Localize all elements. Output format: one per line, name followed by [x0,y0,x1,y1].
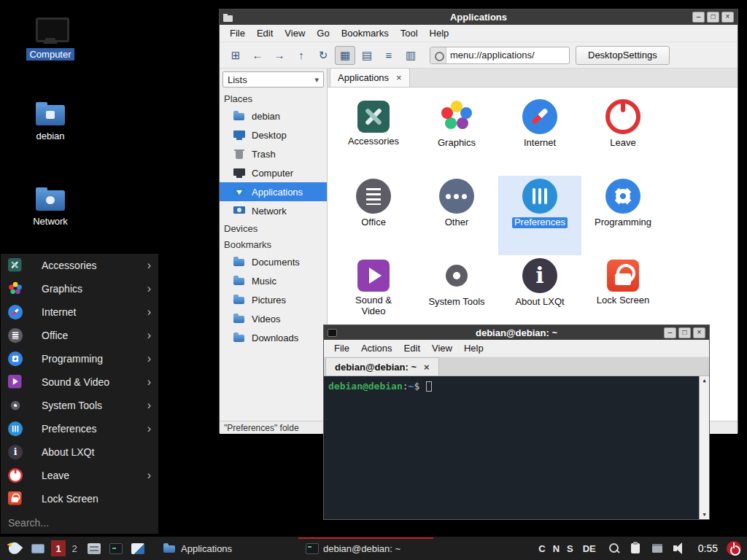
refresh-button[interactable]: ↻ [313,46,333,65]
side-pane-item-network[interactable]: Network [220,201,327,220]
app-item-sound-video[interactable]: Sound & Video [332,255,415,335]
task-button-applications[interactable]: Applications [156,537,291,559]
side-pane-item-computer[interactable]: Computer [220,163,327,182]
up-button[interactable]: ↑ [291,46,311,65]
app-item-other[interactable]: Other [415,176,498,255]
thumbnail-view-button[interactable]: ▤ [357,46,377,65]
menu-bar-item[interactable]: Go [311,28,335,39]
menu-bar-item[interactable]: Bookmarks [336,28,395,39]
start-menu-item[interactable]: About LXQt › [1,440,158,464]
maximize-button[interactable]: □ [707,12,719,23]
start-menu-item[interactable]: Office › [1,324,158,347]
start-menu-item[interactable]: Preferences › [1,417,158,440]
forward-button[interactable]: → [269,46,290,65]
quicklaunch-file-manager[interactable] [85,539,104,558]
side-pane-row[interactable]: Places [220,90,327,106]
scroll-up-icon[interactable]: ▲ [703,378,705,384]
app-item-preferences[interactable]: Preferences [498,176,581,255]
menu-bar-item[interactable]: File [328,343,355,354]
show-desktop-button[interactable] [28,538,48,559]
side-pane-item-desktop[interactable]: Desktop [220,125,327,144]
app-item-accessories[interactable]: Accessories [332,96,415,176]
scrollbar[interactable]: ▲ ▼ [699,376,709,519]
minimize-button[interactable]: – [692,12,705,23]
maximize-button[interactable]: □ [678,327,691,338]
menu-bar-item[interactable]: Help [458,343,489,354]
app-item-internet[interactable]: Internet [498,96,581,176]
app-item-about-lxqt[interactable]: About LXQt [498,255,581,335]
side-pane-item-pictures[interactable]: Pictures [220,290,327,309]
side-pane-item-music[interactable]: Music [220,271,327,290]
app-item-programming[interactable]: Programming [581,176,665,255]
side-pane-item-debian[interactable]: debian [220,106,327,125]
start-menu-item[interactable]: Sound & Video › [1,370,158,394]
app-item-system-tools[interactable]: System Tools [415,255,498,335]
title-bar[interactable]: Applications – □ × [220,9,738,25]
start-menu-item[interactable]: Programming › [1,347,158,370]
keyboard-layout-indicator[interactable]: DE [583,543,596,554]
start-menu-button[interactable] [4,538,25,559]
quicklaunch-editor[interactable] [128,539,147,558]
scroll-down-icon[interactable]: ▼ [703,512,705,518]
workspace-1-button[interactable]: 1 [51,540,66,556]
tab-close-icon[interactable]: × [424,362,430,373]
menu-bar-item[interactable]: File [224,28,251,39]
side-pane-item-downloads[interactable]: Downloads [220,328,327,347]
desktop-icon-computer[interactable]: Computer [18,18,83,61]
tab-applications[interactable]: Applications × [330,68,410,87]
volume-icon[interactable] [673,541,687,556]
start-menu-item[interactable]: Accessories › [1,254,158,277]
start-menu-item[interactable]: Internet › [1,300,158,324]
app-item-leave[interactable]: Leave [581,96,665,176]
desktop-icon-debian[interactable]: debian [18,101,83,142]
side-pane-row[interactable]: Bookmarks [220,236,327,252]
menu-bar-item[interactable]: Edit [398,343,426,354]
menu-bar-item[interactable]: Help [424,28,455,39]
close-button[interactable]: × [693,327,705,338]
close-button[interactable]: × [721,12,734,23]
side-pane-item-applications[interactable]: Applications [220,182,327,201]
side-pane-mode-select[interactable]: Lists ▾ [222,71,324,88]
start-menu-item[interactable]: Leave › [1,464,158,487]
magnifier-tray-icon[interactable] [607,541,622,556]
compact-view-button[interactable]: ▥ [400,46,421,65]
search-input[interactable] [8,517,151,529]
app-item-lock-screen[interactable]: Lock Screen [581,255,665,335]
power-button[interactable] [727,541,741,556]
icon-view-button[interactable]: ▦ [335,46,355,65]
title-bar[interactable]: debian@debian: ~ – □ × [324,325,709,340]
terminal-output[interactable]: debian@debian:~$ ▲ ▼ [324,376,709,519]
minimize-button[interactable]: – [664,327,676,338]
start-menu-item[interactable]: System Tools › [1,394,158,417]
menu-bar-item[interactable]: View [426,343,458,354]
start-menu-item[interactable]: Lock Screen › [1,487,158,510]
task-button-terminal[interactable]: debian@debian: ~ [298,537,433,559]
quicklaunch-terminal[interactable] [107,539,125,558]
clock[interactable]: 0:55 [698,542,718,554]
package-tray-icon[interactable] [651,541,665,556]
desktop-icon-network[interactable]: Network [18,186,83,228]
desktop-settings-button[interactable]: DesktopSettings [576,46,670,65]
side-pane-item-documents[interactable]: Documents [220,252,327,271]
path-input[interactable] [446,50,569,61]
menu-bar-item[interactable]: Tool [395,28,424,39]
path-bar[interactable] [430,47,570,64]
app-item-graphics[interactable]: Graphics [415,96,498,176]
network-sm-icon [233,205,246,217]
new-tab-button[interactable]: ⊞ [225,46,246,65]
detailed-list-button[interactable]: ≡ [379,46,399,65]
back-button[interactable]: ← [247,46,268,65]
menu-bar-item[interactable]: View [279,28,311,39]
side-pane-item-trash[interactable]: Trash [220,144,327,163]
workspace-2-button[interactable]: 2 [67,540,82,556]
terminal-tab[interactable]: debian@debian: ~ × [325,357,439,376]
menu-bar-item[interactable]: Edit [251,28,279,39]
tab-close-icon[interactable]: × [396,72,402,83]
app-item-office[interactable]: Office [332,176,415,255]
menu-bar-item[interactable]: Actions [355,343,398,354]
clipboard-tray-icon[interactable] [629,541,643,556]
side-pane-item-videos[interactable]: Videos [220,309,327,328]
start-menu-item[interactable]: Graphics › [1,277,158,300]
side-pane-row[interactable]: Devices [220,220,327,236]
start-menu-item-label: Preferences [42,423,96,435]
